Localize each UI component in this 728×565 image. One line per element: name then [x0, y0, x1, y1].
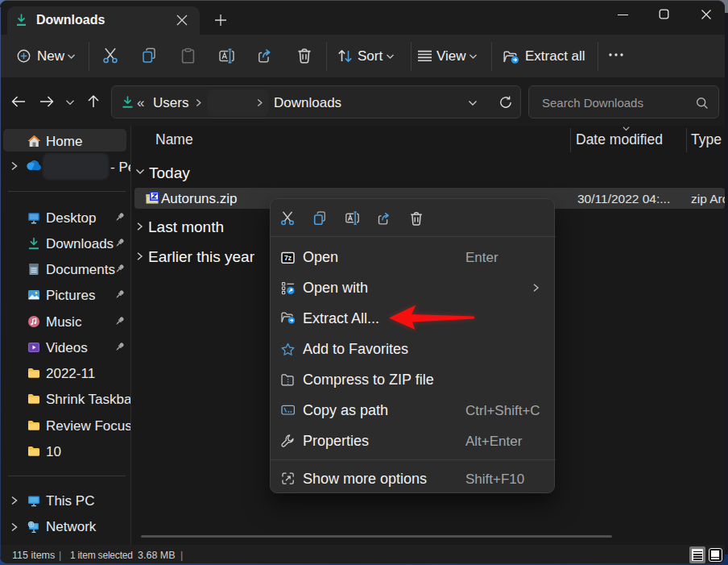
svg-text:7z: 7z: [284, 254, 292, 262]
